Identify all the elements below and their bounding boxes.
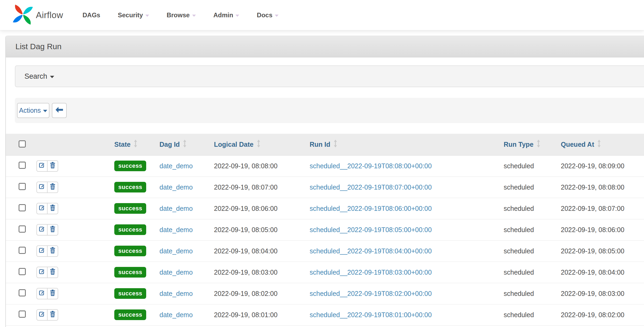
row-checkbox[interactable] [19, 289, 26, 296]
run-id-link[interactable]: scheduled__2022-09-19T08:08:00+00:00 [310, 162, 432, 170]
delete-record-button[interactable] [47, 160, 58, 172]
nav-item[interactable]: Browse [158, 11, 205, 19]
edit-record-button[interactable] [36, 224, 48, 236]
dag-id-link[interactable]: date_demo [159, 162, 193, 170]
column-header: Queued At [559, 134, 644, 155]
actions-button-label: Actions [19, 107, 41, 114]
run-id-link[interactable]: scheduled__2022-09-19T08:03:00+00:00 [310, 269, 432, 276]
column-sort-link[interactable]: Dag Id [159, 141, 180, 148]
row-checkbox[interactable] [19, 311, 26, 318]
column-sort-link[interactable]: Run Id [310, 141, 330, 148]
nav-item[interactable]: Admin [205, 11, 248, 19]
row-select-cell [6, 155, 30, 177]
delete-record-button[interactable] [47, 245, 58, 257]
table-row: success date_demo 2022-09-19, 08:02:00 s… [6, 283, 644, 304]
state-cell: success [112, 304, 157, 325]
row-checkbox[interactable] [19, 162, 26, 169]
delete-record-button[interactable] [47, 182, 58, 193]
sort-arrows-icon[interactable] [134, 139, 137, 149]
delete-record-button[interactable] [47, 309, 58, 321]
sort-arrows-icon[interactable] [257, 139, 260, 149]
run-id-link[interactable]: scheduled__2022-09-19T08:05:00+00:00 [310, 226, 432, 233]
column-header: Dag Id [157, 134, 212, 155]
state-cell: success [112, 283, 157, 304]
edit-record-button[interactable] [36, 267, 48, 278]
edit-record-button[interactable] [36, 203, 48, 214]
sort-arrows-icon[interactable] [183, 139, 187, 149]
run-id-cell: scheduled__2022-09-19T08:04:00+00:00 [308, 240, 502, 262]
edit-pencil-icon [39, 226, 45, 234]
trash-icon [50, 311, 55, 319]
state-badge: success [114, 288, 146, 299]
dag-id-link[interactable]: date_demo [159, 247, 193, 255]
edit-pencil-icon [39, 311, 45, 319]
sort-arrows-icon[interactable] [334, 139, 337, 149]
run-id-link[interactable]: scheduled__2022-09-19T08:01:00+00:00 [310, 311, 432, 318]
edit-record-button[interactable] [36, 245, 48, 257]
airflow-brand[interactable]: Airflow [12, 4, 63, 27]
row-select-cell [6, 219, 30, 240]
row-select-cell [6, 198, 30, 219]
logical-date-cell: 2022-09-19, 08:07:00 [212, 177, 308, 198]
back-button[interactable] [52, 103, 67, 118]
sort-arrows-icon[interactable] [597, 139, 601, 149]
edit-pencil-icon [39, 290, 45, 297]
dag-id-cell: date_demo [157, 177, 212, 198]
run-type-cell: scheduled [502, 198, 559, 219]
row-actions-cell [30, 198, 112, 219]
edit-pencil-icon [39, 162, 45, 170]
nav-item[interactable]: Security [109, 11, 158, 19]
delete-record-button[interactable] [47, 203, 58, 214]
run-id-cell: scheduled__2022-09-19T08:01:00+00:00 [308, 304, 502, 325]
chevron-down-icon [275, 15, 279, 17]
state-badge: success [114, 309, 146, 320]
trash-icon [50, 162, 55, 170]
dag-id-link[interactable]: date_demo [159, 269, 193, 276]
delete-record-button[interactable] [47, 224, 58, 236]
actions-dropdown-button[interactable]: Actions [17, 103, 49, 118]
column-header: Run Type [502, 134, 559, 155]
table-row: success date_demo 2022-09-19, 08:03:00 s… [6, 262, 644, 283]
chevron-down-icon [145, 15, 149, 17]
nav-item-label: Docs [257, 11, 272, 19]
edit-record-button[interactable] [36, 309, 48, 321]
table-row: success date_demo 2022-09-19, 08:01:00 s… [6, 304, 644, 325]
row-checkbox[interactable] [19, 225, 26, 233]
delete-record-button[interactable] [47, 288, 58, 299]
dag-id-cell: date_demo [157, 304, 212, 325]
run-id-cell: scheduled__2022-09-19T08:02:00+00:00 [308, 283, 502, 304]
table-row: success date_demo 2022-09-19, 08:04:00 s… [6, 240, 644, 262]
row-actions-cell [30, 177, 112, 198]
run-id-cell: scheduled__2022-09-19T08:05:00+00:00 [308, 219, 502, 240]
edit-record-button[interactable] [36, 288, 48, 299]
row-checkbox[interactable] [19, 247, 26, 254]
column-sort-link[interactable]: Queued At [561, 141, 594, 148]
run-id-link[interactable]: scheduled__2022-09-19T08:04:00+00:00 [310, 247, 432, 255]
edit-pencil-icon [39, 247, 45, 255]
dag-id-link[interactable]: date_demo [159, 183, 193, 191]
select-all-checkbox[interactable] [19, 140, 26, 148]
run-id-link[interactable]: scheduled__2022-09-19T08:06:00+00:00 [310, 205, 432, 212]
nav-item[interactable]: DAGs [74, 11, 109, 19]
column-sort-link[interactable]: State [114, 141, 131, 148]
row-checkbox[interactable] [19, 183, 26, 190]
dag-id-link[interactable]: date_demo [159, 226, 193, 233]
edit-record-button[interactable] [36, 182, 48, 193]
dag-id-link[interactable]: date_demo [159, 205, 193, 212]
column-sort-link[interactable]: Logical Date [214, 141, 254, 148]
dag-id-link[interactable]: date_demo [159, 311, 193, 318]
delete-record-button[interactable] [47, 267, 58, 278]
trash-icon [50, 204, 55, 213]
nav-item-label: Browse [167, 11, 190, 19]
nav-item[interactable]: Docs [248, 11, 287, 19]
run-id-link[interactable]: scheduled__2022-09-19T08:02:00+00:00 [310, 290, 432, 297]
run-id-link[interactable]: scheduled__2022-09-19T08:07:00+00:00 [310, 183, 432, 191]
row-checkbox[interactable] [19, 204, 26, 211]
logical-date-cell: 2022-09-19, 08:04:00 [212, 240, 308, 262]
row-checkbox[interactable] [19, 268, 26, 275]
edit-record-button[interactable] [36, 160, 48, 172]
sort-arrows-icon[interactable] [537, 139, 540, 149]
dag-id-link[interactable]: date_demo [159, 290, 193, 297]
column-sort-link[interactable]: Run Type [504, 141, 533, 148]
search-dropdown-toggle[interactable]: Search [24, 72, 54, 81]
